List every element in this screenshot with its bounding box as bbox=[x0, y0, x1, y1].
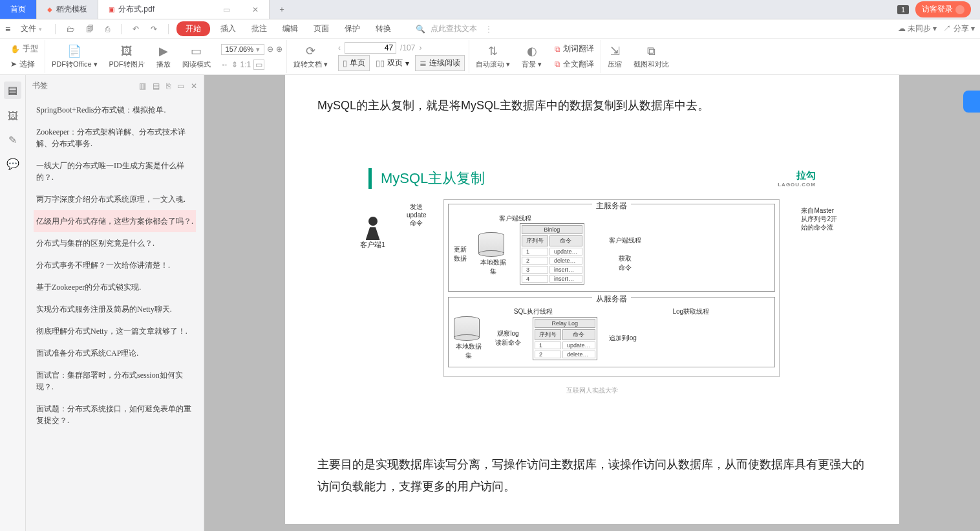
fit-width-icon[interactable]: ↔ bbox=[221, 60, 229, 69]
single-page-mode[interactable]: ▯单页 bbox=[338, 55, 370, 71]
search-icon[interactable]: 🔍 bbox=[416, 25, 425, 34]
word-translate[interactable]: ⧉ 划词翻译 bbox=[552, 42, 597, 56]
undo-icon[interactable]: ↶ bbox=[129, 23, 142, 36]
sync-button[interactable]: ☁ 未同步 ▾ bbox=[898, 23, 937, 34]
bookmark-item[interactable]: 一线大厂的分布式唯一ID生成方案是什么样的？. bbox=[34, 155, 196, 188]
left-strip: ▤ 🖼 ✎ 💬 bbox=[0, 75, 26, 531]
fit-visible-icon[interactable]: ▭ bbox=[253, 60, 264, 70]
relay-table: Relay Log 序列号命令 1update…2delete… bbox=[533, 317, 597, 360]
continuous-icon: ≣ bbox=[420, 58, 427, 68]
pdf-page: MySQL的主从复制，就是将MySQL主数据库中的数据复制到从数据库中去。 My… bbox=[285, 75, 899, 524]
play-button[interactable]: ▶播放 bbox=[151, 40, 176, 73]
daoke-icon: ◆ bbox=[47, 6, 52, 13]
new-tab-button[interactable]: ＋ bbox=[270, 0, 294, 19]
tab-file[interactable]: ▣ 分布式.pdf ▭ ✕ bbox=[98, 0, 270, 19]
zoom-in-icon[interactable]: ⊕ bbox=[276, 45, 282, 54]
capture-compare[interactable]: ⧉截图和对比 bbox=[628, 40, 674, 73]
rotate-icon: ⟳ bbox=[306, 44, 315, 58]
background[interactable]: ◐背景 ▾ bbox=[517, 40, 547, 73]
binlog-table: Binlog 序列号命令 1update…2delete…3insert…4in… bbox=[520, 223, 584, 285]
capture-icon: ⧉ bbox=[647, 45, 655, 58]
brand-logo: 拉勾LAGOU.COM bbox=[778, 169, 816, 188]
attachment-icon[interactable]: ✎ bbox=[8, 134, 17, 146]
search-input[interactable]: 点此查找文本 bbox=[431, 23, 477, 34]
diagram-title: MySQL主从复制 bbox=[381, 169, 769, 188]
bookmark-settings-icon[interactable]: ▭ bbox=[177, 81, 184, 91]
open-icon[interactable]: 🗁 bbox=[63, 23, 78, 36]
bookmark-item[interactable]: 面试官：集群部署时，分布式session如何实现？. bbox=[34, 364, 196, 398]
menu-edit[interactable]: 编辑 bbox=[277, 21, 303, 36]
tab-close-icon[interactable]: ✕ bbox=[252, 5, 259, 14]
hamburger-icon[interactable]: ≡ bbox=[5, 24, 10, 34]
menu-file[interactable]: 文件▾ bbox=[16, 21, 47, 36]
bookmark-item[interactable]: 实现分布式服务注册及简易的Netty聊天. bbox=[34, 298, 196, 320]
bookmark-item[interactable]: Zookeeper：分布式架构详解、分布式技术详解、分布式事务. bbox=[34, 121, 196, 155]
save-icon[interactable]: 🗐 bbox=[83, 23, 97, 36]
bookmark-item[interactable]: SpringBoot+Redis分布式锁：模拟抢单. bbox=[34, 99, 196, 121]
expand-all-icon[interactable]: ▥ bbox=[139, 81, 146, 91]
bookmark-item[interactable]: 彻底理解分布式Netty，这一篇文章就够了！. bbox=[34, 320, 196, 342]
prev-page-icon[interactable]: ‹ bbox=[338, 43, 341, 52]
double-icon: ▯▯ bbox=[376, 58, 385, 68]
login-button[interactable]: 访客登录 bbox=[915, 1, 971, 17]
menu-annotate[interactable]: 批注 bbox=[246, 21, 272, 36]
comment-icon[interactable]: 💬 bbox=[6, 158, 19, 170]
menu-insert[interactable]: 插入 bbox=[215, 21, 241, 36]
menu-page[interactable]: 页面 bbox=[308, 21, 334, 36]
double-page-mode[interactable]: ▯▯双页 ▾ bbox=[371, 55, 414, 71]
select-tool[interactable]: ➤ 选择 bbox=[8, 58, 41, 71]
continuous-mode[interactable]: ≣连续阅读 bbox=[415, 55, 465, 71]
menu-start[interactable]: 开始 bbox=[176, 21, 210, 36]
auto-scroll[interactable]: ⇅自动滚动 ▾ bbox=[471, 40, 515, 73]
paragraph-2: 主要目的是实现数据库读写分离，写操作访问主数据库，读操作访问从数据库，从而使数据… bbox=[317, 453, 867, 497]
collapse-all-icon[interactable]: ▤ bbox=[153, 81, 160, 91]
bookmark-sidebar: 书签 ▥ ▤ ⎘ ▭ ✕ SpringBoot+Redis分布式锁：模拟抢单.Z… bbox=[26, 75, 204, 531]
paragraph-1: MySQL的主从复制，就是将MySQL主数据库中的数据复制到从数据库中去。 bbox=[317, 94, 867, 116]
next-page-icon[interactable]: › bbox=[419, 43, 421, 52]
pdf-to-image[interactable]: 🖼PDF转图片 bbox=[104, 40, 150, 73]
full-translate[interactable]: ⧉ 全文翻译 bbox=[552, 58, 597, 71]
redo-icon[interactable]: ↷ bbox=[147, 23, 160, 36]
thumbnail-icon[interactable]: 🖼 bbox=[8, 111, 18, 122]
zoom-out-icon[interactable]: ⊖ bbox=[267, 45, 273, 54]
pdf2office-icon: 📄 bbox=[67, 44, 81, 58]
pdf-icon: ▣ bbox=[109, 6, 114, 13]
tab-home[interactable]: 首页 bbox=[0, 0, 37, 19]
readmode-icon: ▭ bbox=[191, 44, 202, 58]
add-bookmark-icon[interactable]: ⎘ bbox=[166, 81, 171, 91]
tab-bar: 首页 ◆稻壳模板 ▣ 分布式.pdf ▭ ✕ ＋ 1 访客登录 bbox=[0, 0, 980, 19]
menu-protect[interactable]: 保护 bbox=[339, 21, 365, 36]
background-icon: ◐ bbox=[527, 44, 537, 58]
bookmark-item[interactable]: 基于Zookeeper的分布式锁实现. bbox=[34, 276, 196, 298]
right-float-handle[interactable] bbox=[963, 91, 980, 113]
actual-size-icon[interactable]: 1:1 bbox=[240, 60, 251, 69]
pdf-to-office[interactable]: 📄PDF转Office ▾ bbox=[47, 40, 103, 73]
slave-server-box: 从服务器 SQL执行线程Log获取线程 本地数据集 观察log 读新命令 Rel… bbox=[448, 297, 775, 367]
close-sidebar-icon[interactable]: ✕ bbox=[191, 81, 197, 91]
tab-restore-icon[interactable]: ▭ bbox=[223, 5, 230, 14]
master-server-box: 主服务器 客户端线程 更新 数据 本地数据集 Binlog 序列号命令 1upd… bbox=[448, 204, 775, 292]
print-icon[interactable]: ⎙ bbox=[102, 23, 113, 36]
fit-page-icon[interactable]: ⇕ bbox=[231, 60, 238, 69]
bookmark-item[interactable]: 分布式与集群的区别究竟是什么？. bbox=[34, 232, 196, 254]
bookmark-list: SpringBoot+Redis分布式锁：模拟抢单.Zookeeper：分布式架… bbox=[26, 96, 204, 444]
zoom-input[interactable]: 157.06% ▾ bbox=[221, 44, 264, 55]
compress[interactable]: ⇲压缩 bbox=[602, 40, 627, 73]
bookmark-item[interactable]: 面试准备分布式系统CAP理论. bbox=[34, 342, 196, 364]
notification-badge[interactable]: 1 bbox=[897, 5, 909, 14]
outline-icon[interactable]: ▤ bbox=[4, 81, 21, 99]
bookmark-item[interactable]: 两万字深度介绍分布式系统原理，一文入魂. bbox=[34, 188, 196, 210]
bookmark-item[interactable]: 亿级用户分布式存储，这些方案你都会了吗？. bbox=[34, 210, 196, 232]
tab-daoke[interactable]: ◆稻壳模板 bbox=[37, 0, 98, 19]
share-button[interactable]: ↗ 分享 ▾ bbox=[943, 23, 975, 34]
page-number-input[interactable] bbox=[345, 42, 396, 54]
document-viewer[interactable]: MySQL的主从复制，就是将MySQL主数据库中的数据复制到从数据库中去。 My… bbox=[204, 75, 980, 531]
read-mode[interactable]: ▭阅读模式 bbox=[177, 40, 216, 73]
autoscroll-icon: ⇅ bbox=[488, 44, 498, 58]
client-figure: 客户端1 bbox=[360, 217, 385, 250]
bookmark-item[interactable]: 面试题：分布式系统接口，如何避免表单的重复提交？. bbox=[34, 398, 196, 431]
menu-convert[interactable]: 转换 bbox=[370, 21, 396, 36]
bookmark-item[interactable]: 分布式事务不理解？一次给你讲清楚！. bbox=[34, 254, 196, 276]
hand-tool[interactable]: ✋ 手型 bbox=[8, 42, 41, 56]
rotate-doc[interactable]: ⟳旋转文档 ▾ bbox=[288, 40, 333, 73]
